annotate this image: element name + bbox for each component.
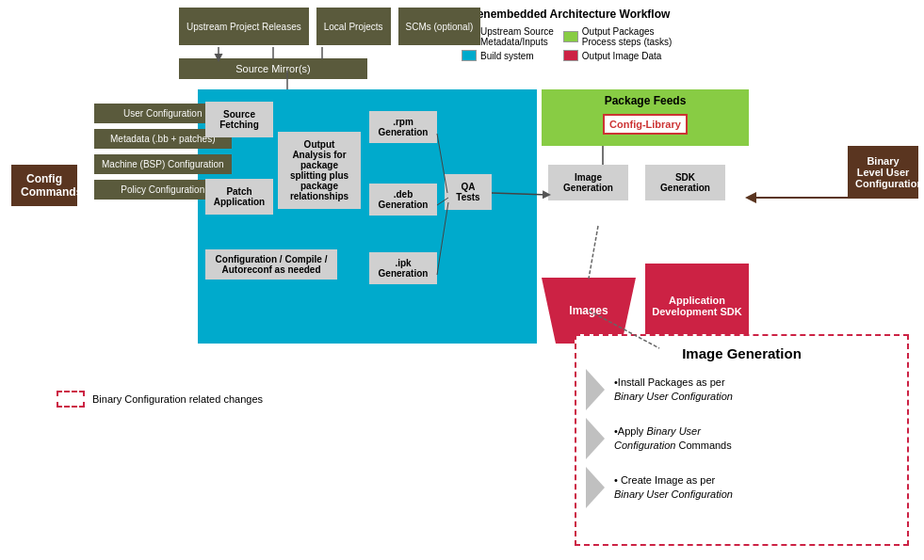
legend-output-pkg-label: Output PackagesProcess steps (tasks) bbox=[582, 26, 673, 47]
source-mirror-label: Source Mirror(s) bbox=[235, 63, 310, 74]
top-sources: Upstream Project Releases Local Projects… bbox=[179, 8, 480, 45]
legend-output-pkg-color bbox=[563, 31, 578, 42]
legend-title: Openembedded Architecture Workflow bbox=[462, 8, 672, 21]
install-text-prefix: •Install Packages as per bbox=[614, 376, 725, 388]
patch-application-box: Patch Application bbox=[205, 179, 273, 215]
rpm-gen-label: .rpm Generation bbox=[379, 117, 429, 137]
upstream-releases-label: Upstream Project Releases bbox=[186, 22, 301, 32]
config-compile-label: Configuration / Compile / Autoreconf as … bbox=[216, 254, 328, 275]
machine-config-item: Machine (BSP) Configuration bbox=[94, 154, 232, 174]
config-compile-box: Configuration / Compile / Autoreconf as … bbox=[205, 249, 337, 280]
arrow-shape-3 bbox=[586, 467, 605, 508]
local-projects-label: Local Projects bbox=[324, 22, 383, 32]
create-text-italic: Binary User Configuration bbox=[614, 488, 733, 500]
image-gen-detail: Image Generation •Install Packages as pe… bbox=[575, 334, 909, 546]
binary-legend-label: Binary Configuration related changes bbox=[92, 393, 263, 405]
package-feeds-label: Package Feeds bbox=[542, 89, 749, 112]
legend-output-pkg: Output PackagesProcess steps (tasks) bbox=[563, 26, 673, 47]
machine-config-label: Machine (BSP) Configuration bbox=[102, 159, 224, 169]
qa-tests-box: QA Tests bbox=[445, 174, 492, 210]
dashed-box-legend bbox=[57, 391, 85, 408]
qa-tests-label: QA Tests bbox=[456, 182, 479, 202]
legend-upstream-label: Upstream SourceMetadata/Inputs bbox=[480, 26, 554, 47]
ipk-gen-label: .ipk Generation bbox=[379, 258, 429, 279]
legend: Openembedded Architecture Workflow Upstr… bbox=[462, 8, 672, 61]
upstream-releases-box: Upstream Project Releases bbox=[179, 8, 309, 45]
policy-config-label: Policy Configuration bbox=[121, 184, 204, 195]
diagram-container: Openembedded Architecture Workflow Upstr… bbox=[0, 0, 924, 560]
arrow-item-create: • Create Image as per Binary User Config… bbox=[586, 467, 898, 508]
binary-level-config-label: Binary Level User Configuration bbox=[855, 155, 923, 189]
apply-text-prefix: •Apply bbox=[614, 425, 646, 437]
deb-gen-box: .deb Generation bbox=[369, 184, 437, 216]
config-commands-label: Config Commands bbox=[21, 172, 82, 199]
arrow-item-install: •Install Packages as per Binary User Con… bbox=[586, 369, 898, 410]
metadata-label: Metadata (.bb + patches) bbox=[110, 134, 215, 144]
rpm-gen-box: .rpm Generation bbox=[369, 111, 437, 143]
arrow-shape-2 bbox=[586, 418, 605, 459]
legend-output-image-label: Output Image Data bbox=[582, 51, 662, 61]
install-text-italic: Binary User Configuration bbox=[614, 391, 733, 402]
output-analysis-label: Output Analysis for package splitting pl… bbox=[290, 139, 349, 201]
source-fetching-label: Source Fetching bbox=[219, 109, 259, 130]
image-gen-process-box: Image Generation bbox=[548, 165, 628, 200]
binary-legend: Binary Configuration related changes bbox=[57, 391, 263, 408]
output-analysis-box: Output Analysis for package splitting pl… bbox=[278, 132, 361, 209]
legend-build-color bbox=[462, 50, 477, 61]
patch-application-label: Patch Application bbox=[214, 186, 265, 207]
image-gen-process-label: Image Generation bbox=[563, 172, 613, 193]
package-feeds-area: Package Feeds Config-Library bbox=[542, 89, 749, 146]
sdk-gen-label: SDK Generation bbox=[660, 172, 710, 193]
install-packages-text: •Install Packages as per Binary User Con… bbox=[614, 376, 733, 405]
apply-text-suffix: Commands bbox=[679, 440, 732, 451]
local-projects-box: Local Projects bbox=[316, 8, 391, 45]
apply-commands-text: •Apply Binary UserConfiguration Commands bbox=[614, 424, 732, 454]
scms-box: SCMs (optional) bbox=[398, 8, 481, 45]
arrow-shape-1 bbox=[586, 369, 605, 410]
legend-build-label: Build system bbox=[480, 51, 534, 61]
source-fetching-box: Source Fetching bbox=[205, 102, 273, 137]
user-config-label: User Configuration bbox=[123, 108, 202, 119]
legend-output-image: Output Image Data bbox=[563, 50, 673, 61]
create-image-text: • Create Image as per Binary User Config… bbox=[614, 473, 733, 503]
legend-output-image-color bbox=[563, 50, 578, 61]
binary-level-config-box: Binary Level User Configuration bbox=[848, 146, 918, 199]
legend-items: Upstream SourceMetadata/Inputs Build sys… bbox=[462, 26, 672, 61]
scms-label: SCMs (optional) bbox=[406, 22, 474, 32]
app-dev-label: Application Development SDK bbox=[645, 295, 749, 317]
legend-build: Build system bbox=[462, 50, 554, 61]
source-mirror: Source Mirror(s) bbox=[179, 58, 367, 79]
create-text-prefix: • Create Image as per bbox=[614, 474, 715, 486]
arrow-item-apply: •Apply Binary UserConfiguration Commands bbox=[586, 418, 898, 459]
sdk-gen-box: SDK Generation bbox=[645, 165, 725, 200]
config-commands-box: Config Commands bbox=[11, 165, 77, 206]
config-library-box: Config-Library bbox=[603, 114, 688, 135]
deb-gen-label: .deb Generation bbox=[379, 189, 429, 210]
legend-col-right: Output PackagesProcess steps (tasks) Out… bbox=[563, 26, 673, 61]
image-gen-detail-title: Image Generation bbox=[586, 345, 898, 361]
ipk-gen-box: .ipk Generation bbox=[369, 252, 437, 284]
images-label: Images bbox=[569, 304, 608, 317]
svg-line-8 bbox=[589, 226, 598, 279]
